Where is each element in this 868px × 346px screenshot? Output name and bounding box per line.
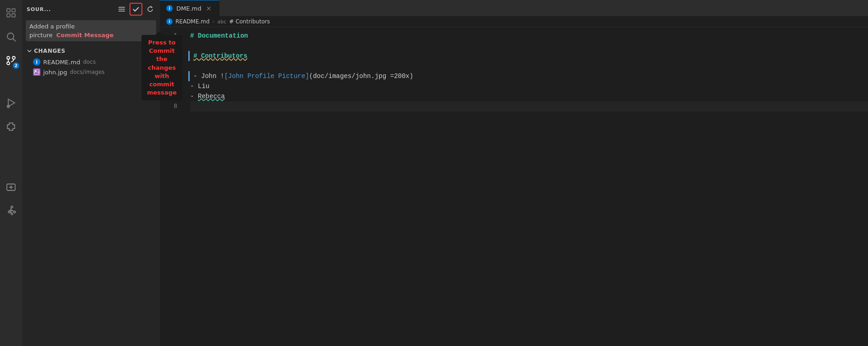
commit-button[interactable] xyxy=(130,3,142,16)
commit-message-label: Commit Message xyxy=(56,32,113,39)
svg-point-6 xyxy=(7,62,10,65)
breadcrumb-section: # Contributors xyxy=(229,18,270,25)
breadcrumb-separator: › xyxy=(212,18,214,25)
breadcrumb-file-icon: i xyxy=(166,18,173,25)
code-line-8 xyxy=(190,101,868,112)
extensions-icon[interactable] xyxy=(2,117,20,136)
file-item-john[interactable]: john.jpg docs/images U xyxy=(22,67,160,77)
svg-rect-1 xyxy=(12,9,15,12)
changes-section: Changes 2 i README.md docs 1, M john.jpg… xyxy=(22,43,160,79)
sc-header: SOUR... xyxy=(22,0,160,18)
commit-label-row: pircture Commit Message xyxy=(29,32,152,39)
code-line-1: # Documentation xyxy=(190,31,868,41)
file-name-john: john.jpg xyxy=(43,69,67,76)
file-path-readme: docs xyxy=(83,59,96,65)
svg-rect-3 xyxy=(12,14,15,17)
svg-rect-12 xyxy=(118,7,125,8)
sc-title: SOUR... xyxy=(27,6,114,12)
tabs-bar: i DME.md × xyxy=(160,0,868,17)
commit-message-line1: Added a profile xyxy=(29,23,152,30)
file-item-readme[interactable]: i README.md docs 1, M xyxy=(22,57,160,67)
file-icon-image xyxy=(33,68,40,76)
svg-point-8 xyxy=(7,56,10,59)
run-icon[interactable] xyxy=(2,94,20,112)
file-name-readme: README.md xyxy=(43,59,80,66)
code-editor[interactable]: 1 2 3 4 5 6 7 8 # Documentation # Contri… xyxy=(160,27,868,346)
breadcrumb-hash-icon: abc xyxy=(217,19,226,25)
refresh-button[interactable] xyxy=(145,4,155,14)
code-content[interactable]: # Documentation # Contributors - John ![… xyxy=(183,27,868,346)
commit-message-line2: pircture xyxy=(29,32,52,39)
svg-point-4 xyxy=(7,33,14,39)
svg-rect-2 xyxy=(7,14,10,17)
tab-readme[interactable]: i DME.md × xyxy=(160,0,220,17)
code-line-4 xyxy=(190,61,868,71)
source-control-icon[interactable]: 2 xyxy=(2,51,20,70)
code-line-6: - Liu xyxy=(190,81,868,91)
chevron-down-icon xyxy=(27,48,32,54)
changes-header[interactable]: Changes 2 xyxy=(22,45,160,57)
svg-rect-14 xyxy=(118,11,125,12)
svg-rect-13 xyxy=(118,9,125,10)
code-line-5: - John ![John Profile Picture](doc/image… xyxy=(188,71,868,81)
activity-bar: 2 xyxy=(0,0,22,346)
changes-title: Changes xyxy=(34,48,145,54)
sc-menu-button[interactable] xyxy=(117,4,127,14)
file-path-john: docs/images xyxy=(70,69,104,75)
tab-label: DME.md xyxy=(176,5,202,12)
source-control-panel: SOUR... Press to Commit the cha xyxy=(22,0,160,346)
svg-line-5 xyxy=(13,39,16,42)
code-line-3: # Contributors xyxy=(188,51,868,61)
svg-rect-0 xyxy=(7,9,10,12)
commit-tooltip: Press to Commit the changes with commit … xyxy=(141,35,182,100)
svg-point-7 xyxy=(12,56,15,59)
remote-icon[interactable] xyxy=(2,178,20,196)
commit-message-area[interactable]: Added a profile pircture Commit Message xyxy=(26,20,156,41)
breadcrumb: i README.md › abc # Contributors xyxy=(160,17,868,27)
code-line-7: - Rebecca xyxy=(190,91,868,101)
source-control-badge: 2 xyxy=(13,62,19,69)
editor-area: i DME.md × i README.md › abc # Contribut… xyxy=(160,0,868,346)
code-line-2 xyxy=(190,41,868,51)
files-icon[interactable] xyxy=(2,4,20,22)
tab-file-icon: i xyxy=(166,5,173,11)
tree-icon[interactable] xyxy=(2,202,20,220)
tab-close-button[interactable]: × xyxy=(205,5,213,12)
breadcrumb-file: README.md xyxy=(175,18,209,25)
file-icon-info: i xyxy=(33,58,40,66)
search-icon[interactable] xyxy=(2,28,20,46)
